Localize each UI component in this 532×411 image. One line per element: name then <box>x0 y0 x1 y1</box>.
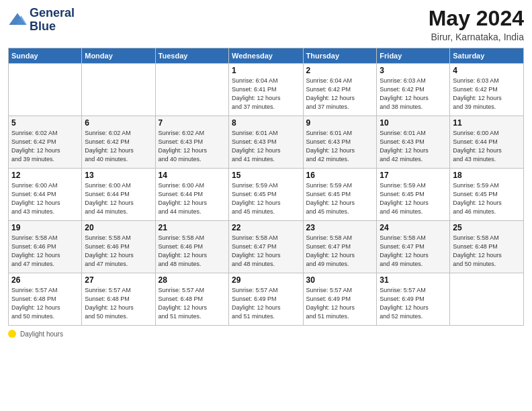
day-info: Sunrise: 5:58 AM Sunset: 6:48 PM Dayligh… <box>453 234 521 269</box>
day-info: Sunrise: 6:01 AM Sunset: 6:43 PM Dayligh… <box>380 129 447 164</box>
day-cell: 23Sunrise: 5:58 AM Sunset: 6:47 PM Dayli… <box>303 221 377 273</box>
day-number: 14 <box>159 171 226 180</box>
day-cell: 5Sunrise: 6:02 AM Sunset: 6:42 PM Daylig… <box>9 116 82 169</box>
day-number: 3 <box>380 66 447 75</box>
header-row: SundayMondayTuesdayWednesdayThursdayFrid… <box>9 48 524 64</box>
day-cell: 30Sunrise: 5:57 AM Sunset: 6:49 PM Dayli… <box>303 273 377 326</box>
logo: General Blue <box>8 7 75 34</box>
day-number: 29 <box>232 275 300 285</box>
day-number: 13 <box>85 171 152 180</box>
day-cell: 20Sunrise: 5:58 AM Sunset: 6:46 PM Dayli… <box>82 221 155 273</box>
day-cell <box>450 273 524 326</box>
day-info: Sunrise: 5:57 AM Sunset: 6:49 PM Dayligh… <box>232 286 300 321</box>
day-cell: 13Sunrise: 6:00 AM Sunset: 6:44 PM Dayli… <box>82 169 155 221</box>
week-row-3: 12Sunrise: 6:00 AM Sunset: 6:44 PM Dayli… <box>9 169 524 221</box>
day-info: Sunrise: 6:00 AM Sunset: 6:44 PM Dayligh… <box>159 181 226 216</box>
day-info: Sunrise: 5:57 AM Sunset: 6:48 PM Dayligh… <box>85 286 152 321</box>
day-number: 16 <box>306 171 374 180</box>
day-info: Sunrise: 5:59 AM Sunset: 6:45 PM Dayligh… <box>306 181 374 216</box>
day-number: 24 <box>380 223 447 232</box>
day-info: Sunrise: 6:02 AM Sunset: 6:42 PM Dayligh… <box>11 129 79 164</box>
day-cell: 8Sunrise: 6:01 AM Sunset: 6:43 PM Daylig… <box>229 116 303 169</box>
day-cell: 2Sunrise: 6:04 AM Sunset: 6:42 PM Daylig… <box>303 64 377 116</box>
day-number: 2 <box>306 66 374 75</box>
day-number: 1 <box>232 66 300 75</box>
calendar-subtitle: Birur, Karnataka, India <box>429 32 524 42</box>
day-cell: 25Sunrise: 5:58 AM Sunset: 6:48 PM Dayli… <box>450 221 524 273</box>
week-row-2: 5Sunrise: 6:02 AM Sunset: 6:42 PM Daylig… <box>9 116 524 169</box>
day-cell: 31Sunrise: 5:57 AM Sunset: 6:49 PM Dayli… <box>377 273 450 326</box>
day-cell: 1Sunrise: 6:04 AM Sunset: 6:41 PM Daylig… <box>229 64 303 116</box>
day-number: 18 <box>453 171 521 180</box>
day-info: Sunrise: 5:59 AM Sunset: 6:45 PM Dayligh… <box>380 181 447 216</box>
day-info: Sunrise: 6:03 AM Sunset: 6:42 PM Dayligh… <box>380 77 447 111</box>
day-info: Sunrise: 5:58 AM Sunset: 6:47 PM Dayligh… <box>232 234 300 269</box>
day-cell: 4Sunrise: 6:03 AM Sunset: 6:42 PM Daylig… <box>450 64 524 116</box>
col-header-wednesday: Wednesday <box>229 48 303 64</box>
day-cell: 22Sunrise: 5:58 AM Sunset: 6:47 PM Dayli… <box>229 221 303 273</box>
day-cell: 9Sunrise: 6:01 AM Sunset: 6:43 PM Daylig… <box>303 116 377 169</box>
day-cell <box>155 64 228 116</box>
day-cell: 17Sunrise: 5:59 AM Sunset: 6:45 PM Dayli… <box>377 169 450 221</box>
day-info: Sunrise: 5:58 AM Sunset: 6:46 PM Dayligh… <box>159 234 226 269</box>
calendar-title: May 2024 <box>429 7 524 30</box>
day-cell: 28Sunrise: 5:57 AM Sunset: 6:48 PM Dayli… <box>155 273 228 326</box>
day-info: Sunrise: 6:03 AM Sunset: 6:42 PM Dayligh… <box>453 77 521 111</box>
page: General Blue May 2024 Birur, Karnataka, … <box>0 0 532 411</box>
title-block: May 2024 Birur, Karnataka, India <box>429 7 524 42</box>
day-cell: 15Sunrise: 5:59 AM Sunset: 6:45 PM Dayli… <box>229 169 303 221</box>
day-number: 23 <box>306 223 374 232</box>
day-number: 8 <box>232 118 300 128</box>
day-cell: 14Sunrise: 6:00 AM Sunset: 6:44 PM Dayli… <box>155 169 228 221</box>
day-cell: 29Sunrise: 5:57 AM Sunset: 6:49 PM Dayli… <box>229 273 303 326</box>
week-row-1: 1Sunrise: 6:04 AM Sunset: 6:41 PM Daylig… <box>9 64 524 116</box>
day-cell: 7Sunrise: 6:02 AM Sunset: 6:43 PM Daylig… <box>155 116 228 169</box>
day-number: 12 <box>11 171 79 180</box>
day-info: Sunrise: 6:02 AM Sunset: 6:43 PM Dayligh… <box>159 129 226 164</box>
day-number: 26 <box>11 275 79 285</box>
day-number: 9 <box>306 118 374 128</box>
day-info: Sunrise: 5:59 AM Sunset: 6:45 PM Dayligh… <box>453 181 521 216</box>
day-cell: 18Sunrise: 5:59 AM Sunset: 6:45 PM Dayli… <box>450 169 524 221</box>
day-info: Sunrise: 5:57 AM Sunset: 6:48 PM Dayligh… <box>11 286 79 321</box>
day-cell <box>82 64 155 116</box>
day-number: 7 <box>159 118 226 128</box>
day-number: 31 <box>380 275 447 285</box>
day-number: 30 <box>306 275 374 285</box>
day-info: Sunrise: 6:00 AM Sunset: 6:44 PM Dayligh… <box>11 181 79 216</box>
col-header-saturday: Saturday <box>450 48 524 64</box>
day-cell: 10Sunrise: 6:01 AM Sunset: 6:43 PM Dayli… <box>377 116 450 169</box>
day-info: Sunrise: 5:57 AM Sunset: 6:49 PM Dayligh… <box>380 286 447 321</box>
day-cell: 19Sunrise: 5:58 AM Sunset: 6:46 PM Dayli… <box>9 221 82 273</box>
legend-dot <box>8 330 16 338</box>
day-number: 4 <box>453 66 521 75</box>
day-number: 28 <box>159 275 226 285</box>
day-info: Sunrise: 5:58 AM Sunset: 6:46 PM Dayligh… <box>85 234 152 269</box>
day-info: Sunrise: 5:59 AM Sunset: 6:45 PM Dayligh… <box>232 181 300 216</box>
logo-text: General Blue <box>30 7 75 34</box>
day-cell: 27Sunrise: 5:57 AM Sunset: 6:48 PM Dayli… <box>82 273 155 326</box>
col-header-thursday: Thursday <box>303 48 377 64</box>
week-row-4: 19Sunrise: 5:58 AM Sunset: 6:46 PM Dayli… <box>9 221 524 273</box>
day-number: 22 <box>232 223 300 232</box>
day-number: 20 <box>85 223 152 232</box>
col-header-monday: Monday <box>82 48 155 64</box>
col-header-friday: Friday <box>377 48 450 64</box>
day-cell: 11Sunrise: 6:00 AM Sunset: 6:44 PM Dayli… <box>450 116 524 169</box>
day-number: 19 <box>11 223 79 232</box>
day-info: Sunrise: 5:57 AM Sunset: 6:49 PM Dayligh… <box>306 286 374 321</box>
day-info: Sunrise: 5:58 AM Sunset: 6:46 PM Dayligh… <box>11 234 79 269</box>
legend-label: Daylight hours <box>20 330 63 338</box>
logo-icon <box>8 11 27 30</box>
day-cell: 3Sunrise: 6:03 AM Sunset: 6:42 PM Daylig… <box>377 64 450 116</box>
day-number: 21 <box>159 223 226 232</box>
day-cell: 16Sunrise: 5:59 AM Sunset: 6:45 PM Dayli… <box>303 169 377 221</box>
calendar-table: SundayMondayTuesdayWednesdayThursdayFrid… <box>8 48 524 326</box>
day-number: 15 <box>232 171 300 180</box>
day-cell: 26Sunrise: 5:57 AM Sunset: 6:48 PM Dayli… <box>9 273 82 326</box>
day-info: Sunrise: 5:58 AM Sunset: 6:47 PM Dayligh… <box>380 234 447 269</box>
day-cell <box>9 64 82 116</box>
day-info: Sunrise: 6:04 AM Sunset: 6:42 PM Dayligh… <box>306 77 374 111</box>
day-number: 25 <box>453 223 521 232</box>
day-number: 6 <box>85 118 152 128</box>
